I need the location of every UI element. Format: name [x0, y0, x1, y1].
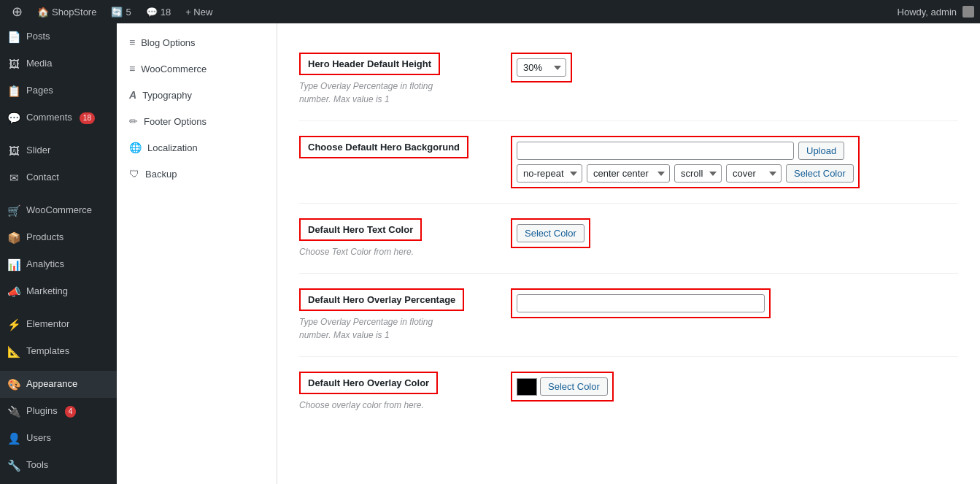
sub-sidebar-localization[interactable]: 🌐 Localization — [117, 134, 277, 161]
hero-bg-select-color-button[interactable]: Select Color — [786, 164, 854, 183]
hero-overlay-color-label: Default Hero Overlay Color — [299, 372, 438, 394]
wp-logo[interactable]: ⊕ — [6, 0, 28, 23]
site-name-link[interactable]: 🏠 ShopStore — [31, 0, 102, 23]
updates-link[interactable]: 🔄 5 — [105, 0, 136, 23]
sidebar-label-tools: Tools — [26, 458, 48, 472]
topbar: ⊕ 🏠 ShopStore 🔄 5 💬 18 + New Howdy, admi… — [0, 0, 980, 23]
bg-position-select[interactable]: center center top left top center top ri… — [587, 164, 670, 183]
sidebar-item-posts[interactable]: 📄 Posts — [0, 23, 117, 50]
hero-overlay-pct-label-col: Default Hero Overlay Percentage Type Ove… — [299, 288, 489, 342]
sidebar-item-settings[interactable]: ⚙ Settings — [0, 479, 117, 484]
woocommerce-icon: 🛒 — [7, 203, 20, 218]
hero-height-select[interactable]: 20% 30% 40% 50% 60% 70% 80% 90% 100% — [517, 58, 566, 77]
sidebar-label-marketing: Marketing — [26, 285, 68, 298]
sidebar-item-slider[interactable]: 🖼 Slider — [0, 137, 117, 164]
sidebar-item-contact[interactable]: ✉ Contact — [0, 164, 117, 191]
hero-text-color-label-col: Default Hero Text Color Choose Text Colo… — [299, 218, 489, 258]
comments-link[interactable]: 💬 18 — [140, 0, 177, 23]
hero-overlay-pct-row: Default Hero Overlay Percentage Type Ove… — [299, 274, 958, 357]
sidebar-item-elementor[interactable]: ⚡ Elementor — [0, 311, 117, 338]
new-link[interactable]: + New — [180, 0, 218, 23]
sidebar-item-woocommerce[interactable]: 🛒 WooCommerce — [0, 197, 117, 224]
sub-sidebar-blog-options[interactable]: ≡ Blog Options — [117, 29, 277, 55]
templates-icon: 📐 — [7, 344, 20, 359]
hero-bg-url-input[interactable]: https://bddesignzone.com/dev/wp-content/… — [517, 142, 794, 160]
sidebar-label-posts: Posts — [26, 30, 50, 43]
hero-bg-label: Choose Default Hero Backgorund — [299, 136, 468, 158]
sub-sidebar-label-localization: Localization — [147, 142, 198, 153]
sub-sidebar-label-typography: Typography — [142, 90, 192, 101]
bg-repeat-select[interactable]: no-repeat repeat repeat-x repeat-y — [517, 164, 582, 183]
sidebar-label-users: Users — [26, 431, 51, 445]
plugins-icon: 🔌 — [7, 404, 20, 419]
hero-overlay-pct-label: Default Hero Overlay Percentage — [299, 288, 464, 311]
bg-url-row: https://bddesignzone.com/dev/wp-content/… — [517, 142, 854, 160]
hero-text-color-label: Default Hero Text Color — [299, 218, 422, 241]
tools-icon: 🔧 — [7, 458, 20, 473]
sidebar-label-slider: Slider — [26, 144, 50, 157]
sidebar-item-plugins[interactable]: 🔌 Plugins 4 — [0, 398, 117, 425]
sidebar-item-templates[interactable]: 📐 Templates — [0, 338, 117, 365]
analytics-icon: 📊 — [7, 257, 20, 272]
sidebar-item-marketing[interactable]: 📣 Marketing — [0, 278, 117, 305]
typography-icon: A — [129, 89, 136, 101]
content-area: Hero Header Default Height Type Overlay … — [277, 23, 980, 484]
hero-text-color-row: Default Hero Text Color Choose Text Colo… — [299, 204, 958, 274]
hero-bg-control-wrapper: https://bddesignzone.com/dev/wp-content/… — [511, 136, 860, 188]
marketing-icon: 📣 — [7, 284, 20, 299]
sidebar-label-analytics: Analytics — [26, 258, 64, 271]
localization-icon: 🌐 — [129, 142, 142, 153]
sub-sidebar-label-backup: Backup — [145, 169, 177, 180]
sidebar-item-pages[interactable]: 📋 Pages — [0, 77, 117, 104]
comments-nav-icon: 💬 — [7, 110, 20, 126]
overlay-color-swatch — [517, 378, 537, 396]
sidebar-item-tools[interactable]: 🔧 Tools — [0, 452, 117, 479]
hero-overlay-pct-desc-line1: Type Overlay Percentage in floting — [299, 317, 433, 327]
sidebar-item-users[interactable]: 👤 Users — [0, 425, 117, 452]
hero-overlay-pct-control: 0.6 — [511, 288, 958, 318]
hero-bg-row: Choose Default Hero Backgorund https://b… — [299, 121, 958, 204]
hero-bg-upload-button[interactable]: Upload — [798, 142, 844, 160]
hero-overlay-pct-input[interactable]: 0.6 — [517, 294, 765, 312]
sidebar-label-comments: Comments — [26, 111, 72, 124]
updates-icon: 🔄 — [111, 7, 123, 18]
sub-sidebar-woocommerce[interactable]: ≡ WooCommerce — [117, 55, 277, 82]
hero-text-color-desc: Choose Text Color from here. — [299, 245, 489, 258]
sub-sidebar: ≡ Blog Options ≡ WooCommerce A Typograph… — [117, 23, 277, 484]
hero-overlay-color-desc: Choose overlay color from here. — [299, 399, 489, 412]
sidebar-label-products: Products — [26, 231, 63, 244]
bg-size-select[interactable]: cover contain auto — [726, 164, 782, 183]
hero-bg-label-col: Choose Default Hero Backgorund — [299, 136, 489, 163]
bg-attachment-select[interactable]: scroll fixed — [674, 164, 722, 183]
sidebar-item-comments[interactable]: 💬 Comments 18 — [0, 104, 117, 131]
color-select-row: Select Color — [517, 377, 608, 396]
sidebar-item-analytics[interactable]: 📊 Analytics — [0, 251, 117, 278]
hero-overlay-select-color-button[interactable]: Select Color — [540, 377, 608, 396]
hero-overlay-color-wrapper: Select Color — [511, 372, 614, 402]
hero-height-desc-line1: Type Overlay Percentage in floting — [299, 81, 433, 91]
hero-height-label: Hero Header Default Height — [299, 53, 440, 75]
site-name: ShopStore — [52, 7, 96, 18]
blog-options-icon: ≡ — [129, 37, 135, 48]
hero-text-select-color-button[interactable]: Select Color — [517, 224, 584, 242]
hero-height-row: Hero Header Default Height Type Overlay … — [299, 38, 958, 121]
hero-height-select-wrapper: 20% 30% 40% 50% 60% 70% 80% 90% 100% — [511, 53, 572, 82]
hero-overlay-color-control: Select Color — [511, 372, 958, 402]
sub-sidebar-footer-options[interactable]: ✏ Footer Options — [117, 108, 277, 134]
sub-sidebar-typography[interactable]: A Typography — [117, 82, 277, 108]
sub-sidebar-label-blog-options: Blog Options — [141, 37, 195, 48]
media-icon: 🖼 — [7, 56, 20, 72]
contact-icon: ✉ — [7, 170, 20, 185]
posts-icon: 📄 — [7, 29, 20, 45]
sidebar-label-woocommerce: WooCommerce — [26, 204, 92, 217]
main-sidebar: 📄 Posts 🖼 Media 📋 Pages 💬 Comments 18 🖼 … — [0, 23, 117, 484]
sidebar-label-appearance: Appearance — [26, 377, 77, 391]
sidebar-item-appearance[interactable]: 🎨 Appearance — [0, 371, 117, 398]
sidebar-label-pages: Pages — [26, 84, 53, 97]
sub-sidebar-backup[interactable]: 🛡 Backup — [117, 161, 277, 187]
sidebar-item-media[interactable]: 🖼 Media — [0, 50, 117, 77]
sidebar-item-products[interactable]: 📦 Products — [0, 224, 117, 251]
new-label: + New — [185, 7, 212, 18]
sub-sidebar-label-footer-options: Footer Options — [144, 116, 207, 127]
hero-height-desc: Type Overlay Percentage in floting numbe… — [299, 80, 489, 106]
